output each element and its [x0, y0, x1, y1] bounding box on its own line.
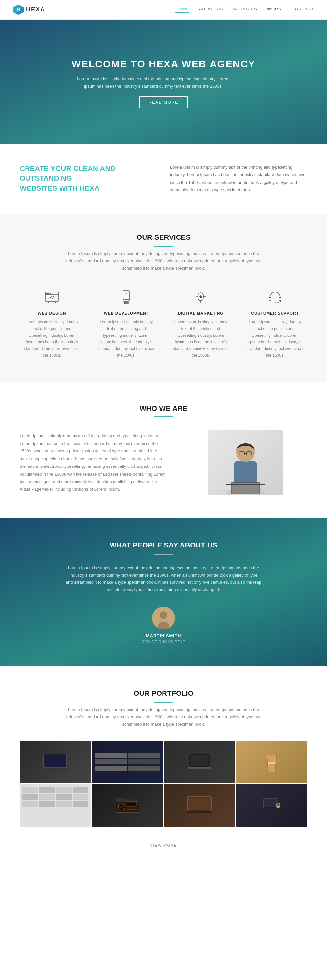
- portfolio-grid: Riding: [20, 741, 307, 827]
- service-web-design-title: WEB DESIGN: [23, 311, 81, 315]
- service-digital-title: DIGITAL MARKETING: [172, 311, 230, 315]
- svg-point-8: [50, 293, 51, 294]
- testimonial-avatar: [152, 607, 175, 630]
- svg-rect-50: [126, 799, 130, 802]
- portfolio-image-1: [20, 741, 91, 783]
- whoweare-text: Lorem Ipsum is simply dummy text of the …: [20, 432, 168, 493]
- portfolio-title: OUR PORTFOLIO: [20, 689, 307, 698]
- svg-rect-38: [190, 755, 209, 766]
- services-description: Lorem Ipsum is simply dummy text of the …: [62, 250, 265, 272]
- nav-services[interactable]: SERVICES: [233, 6, 257, 13]
- svg-rect-30: [226, 484, 265, 485]
- service-digital-body: Lorem Ipsum is simply dummy text of the …: [172, 319, 230, 359]
- about-body: Lorem Ipsum is simply dummy text of the …: [170, 163, 307, 194]
- laptop-svg: [42, 752, 69, 772]
- portfolio-divider: [154, 702, 173, 703]
- service-web-design: WEB DESIGN Lorem Ipsum is simply dummy t…: [20, 285, 85, 362]
- nav-home[interactable]: HOME: [175, 6, 189, 13]
- portfolio-item-1[interactable]: [20, 741, 91, 783]
- hero-content: WELCOME TO HEXA WEB AGENCY Lorem Ipsum i…: [72, 59, 256, 105]
- service-customer-support: CUSTOMER SUPPORT Lorem Ipsum is simply d…: [243, 285, 308, 362]
- view-more-container: VIEW MORE: [20, 837, 307, 851]
- customer-support-svg: [267, 290, 283, 305]
- laptop2-svg: [188, 753, 211, 771]
- svg-rect-35: [45, 755, 66, 767]
- service-web-dev-body: Lorem Ipsum is simply dummy text of the …: [97, 319, 156, 359]
- person-svg: [213, 431, 278, 493]
- nav-work[interactable]: WORK: [267, 6, 282, 13]
- web-dev-icon: [117, 288, 136, 306]
- portfolio-item-3[interactable]: [164, 741, 235, 783]
- service-web-dev-title: WEB DEVELOPMENT: [97, 311, 156, 315]
- portfolio-image-3: [164, 741, 235, 783]
- svg-line-3: [54, 301, 56, 303]
- svg-rect-49: [116, 798, 124, 802]
- svg-line-2: [48, 301, 49, 303]
- svg-rect-53: [187, 811, 212, 813]
- about-section: CREATE YOUR CLEAN AND OUTSTANDING WEBSIT…: [0, 144, 327, 214]
- svg-point-32: [160, 611, 167, 619]
- nav-about[interactable]: ABOUT US: [199, 6, 223, 13]
- testimonial-name: MARTIN SMITH: [20, 633, 307, 638]
- customer-support-icon: [266, 288, 284, 306]
- logo-text: HEXA: [26, 6, 45, 13]
- digital-marketing-svg: [193, 290, 209, 305]
- svg-rect-40: [188, 767, 211, 768]
- hero-description: Lorem Ipsum is simply dummy text of the …: [72, 75, 235, 90]
- svg-rect-36: [42, 768, 69, 769]
- portfolio-description: Lorem Ipsum is simply dummy text of the …: [62, 706, 265, 728]
- radio-svg: [115, 796, 140, 815]
- portfolio-image-2: [92, 741, 163, 783]
- service-support-body: Lorem Ipsum is simply dummy text of the …: [246, 319, 305, 359]
- services-section: OUR SERVICES Lorem Ipsum is simply dummy…: [0, 214, 327, 382]
- whoweare-section: WHO WE ARE Lorem Ipsum is simply dummy t…: [0, 382, 327, 518]
- svg-point-57: [277, 803, 279, 806]
- hero-title: WELCOME TO HEXA WEB AGENCY: [72, 59, 256, 70]
- avatar-svg: [152, 607, 175, 630]
- person-image: [208, 430, 283, 495]
- services-title: OUR SERVICES: [20, 233, 307, 242]
- portfolio-item-2[interactable]: [92, 741, 163, 783]
- view-more-button[interactable]: VIEW MORE: [140, 840, 187, 851]
- portfolio-item-5[interactable]: [20, 784, 91, 827]
- whoweare-title: WHO WE ARE: [20, 404, 307, 413]
- logo-hex-icon: H: [13, 5, 24, 15]
- portfolio-image-4: Riding: [236, 741, 307, 783]
- logo[interactable]: H HEXA: [13, 5, 45, 15]
- nav-links: HOME ABOUT US SERVICES WORK CONTACT: [175, 6, 314, 13]
- hero-read-more-button[interactable]: READ MORE: [139, 96, 188, 108]
- portfolio-image-7: [164, 784, 235, 827]
- services-grid: WEB DESIGN Lorem Ipsum is simply dummy t…: [20, 285, 307, 362]
- testimonials-title: WHAT PEOPLE SAY ABOUT US: [20, 541, 307, 549]
- whoweare-image: [184, 430, 307, 495]
- svg-rect-19: [269, 297, 271, 301]
- services-divider: [154, 246, 173, 247]
- svg-point-6: [46, 293, 48, 294]
- service-digital-marketing: DIGITAL MARKETING Lorem Ipsum is simply …: [168, 285, 233, 362]
- portfolio-item-7[interactable]: [164, 784, 235, 827]
- svg-point-41: [267, 752, 277, 756]
- service-support-title: CUSTOMER SUPPORT: [246, 311, 305, 315]
- about-heading: CREATE YOUR CLEAN AND OUTSTANDING WEBSIT…: [20, 164, 157, 194]
- web-design-icon: [43, 288, 61, 306]
- portfolio-item-4[interactable]: Riding: [236, 741, 307, 783]
- svg-point-7: [48, 293, 49, 294]
- cup-svg: Riding: [262, 749, 282, 775]
- person-silhouette: [208, 430, 283, 495]
- web-dev-svg: [118, 290, 134, 305]
- portfolio-item-6[interactable]: [92, 784, 163, 827]
- digital-marketing-icon: [191, 288, 210, 306]
- web-design-svg: [44, 290, 60, 305]
- testimonials-section: WHAT PEOPLE SAY ABOUT US Lorem Ipsum is …: [0, 518, 327, 666]
- svg-rect-55: [264, 799, 276, 807]
- svg-text:Riding: Riding: [268, 762, 275, 764]
- testimonials-divider: [154, 554, 173, 555]
- nav-contact[interactable]: CONTACT: [291, 6, 314, 13]
- about-title: CREATE YOUR CLEAN AND OUTSTANDING WEBSIT…: [20, 164, 157, 194]
- portfolio-item-8[interactable]: [236, 784, 307, 827]
- portfolio-section: OUR PORTFOLIO Lorem Ipsum is simply dumm…: [0, 667, 327, 874]
- portfolio-image-6: [92, 784, 163, 827]
- service-web-dev: WEB DEVELOPMENT Lorem Ipsum is simply du…: [94, 285, 159, 362]
- hero-section: WELCOME TO HEXA WEB AGENCY Lorem Ipsum i…: [0, 20, 327, 144]
- navbar: H HEXA HOME ABOUT US SERVICES WORK CONTA…: [0, 0, 327, 20]
